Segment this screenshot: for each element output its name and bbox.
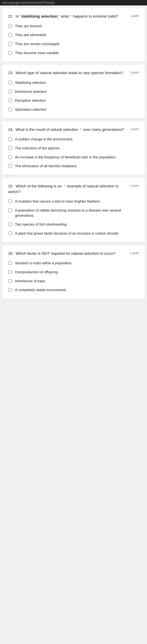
options-list-q25: A mutation that causes a bird to have br… — [8, 199, 139, 236]
option-text-q24b: The extinction of the species. — [15, 146, 61, 151]
top-bar: docs.google.com/forms/d/e/TFAIpQL — [0, 0, 147, 6]
points-label-q25: 1 point — [130, 184, 139, 188]
option-item-q26d[interactable]: A completely stable environment. — [8, 288, 139, 293]
option-item-q23d[interactable]: Speciation selection — [8, 107, 139, 112]
option-text-q26b: Overproduction of offspring. — [15, 270, 59, 275]
points-label-q26: 1 point — [130, 251, 139, 255]
option-text-q23c: Disruptive selection — [15, 98, 46, 103]
points-label-q22: 1 point — [130, 14, 139, 18]
radio-q25d[interactable] — [8, 231, 12, 236]
option-item-q22a[interactable]: They are favored — [8, 24, 139, 29]
q22-bold: stabilizing selection — [21, 14, 57, 18]
radio-q22d[interactable] — [8, 51, 12, 55]
radio-q24d[interactable] — [8, 164, 12, 168]
radio-q22a[interactable] — [8, 24, 12, 28]
option-text-q24c: An increase in the frequency of benefici… — [15, 155, 116, 160]
questions-container: 22. In "stabilizing selection," what * h… — [0, 6, 147, 301]
radio-q23b[interactable] — [8, 90, 12, 94]
option-item-q25c[interactable]: Two species of fish interbreeding. — [8, 222, 139, 227]
option-item-q22c[interactable]: They are remain unchanged — [8, 42, 139, 46]
radio-q25b[interactable] — [8, 208, 12, 212]
options-list-q26: Variation in traits within a population.… — [8, 260, 139, 293]
option-item-q24c[interactable]: An increase in the frequency of benefici… — [8, 155, 139, 160]
options-list-q22: They are favoredThey are eliminatedThey … — [8, 24, 139, 56]
radio-q24b[interactable] — [8, 146, 12, 150]
option-text-q22d: They become more variable — [15, 50, 59, 56]
option-text-q22a: They are favored — [15, 24, 42, 29]
radio-q23c[interactable] — [8, 98, 12, 102]
question-text-q23: 23. Which type of natural selection lead… — [8, 70, 130, 76]
meta-row-q24: 1 point — [130, 127, 139, 131]
option-item-q22b[interactable]: They are eliminated — [8, 32, 139, 38]
radio-q24a[interactable] — [8, 137, 12, 141]
q24-text: 24. What is the result of natural select… — [8, 128, 124, 132]
option-item-q24d[interactable]: The elimination of all harmful mutations… — [8, 164, 139, 169]
radio-q22b[interactable] — [8, 33, 12, 37]
option-item-q23b[interactable]: Directional selection — [8, 89, 139, 94]
option-text-q23d: Speciation selection — [15, 107, 46, 112]
radio-q23a[interactable] — [8, 80, 12, 85]
question-header-q24: 24. What is the result of natural select… — [8, 127, 139, 132]
meta-row-q23: 1 point — [130, 70, 139, 74]
question-card-q25: 25. Which of the following is an * examp… — [2, 178, 145, 242]
url-text: docs.google.com/forms/d/e/TFAIpQL — [2, 1, 55, 5]
q25-text: 25. Which of the following is an * examp… — [8, 184, 118, 194]
option-item-q23c[interactable]: Disruptive selection — [8, 98, 139, 103]
options-list-q24: A sudden change in the environment.The e… — [8, 137, 139, 169]
question-card-q23: 23. Which type of natural selection lead… — [2, 65, 145, 118]
question-header-q23: 23. Which type of natural selection lead… — [8, 70, 139, 76]
q23-text: 23. Which type of natural selection lead… — [8, 71, 123, 75]
option-item-q25d[interactable]: A plant that grows faster because of an … — [8, 231, 139, 236]
q22-after: ," what * happens to extreme traits? — [57, 14, 118, 18]
radio-q25c[interactable] — [8, 222, 12, 226]
option-item-q23a[interactable]: Stabilizing selection — [8, 80, 139, 85]
option-text-q23a: Stabilizing selection — [15, 80, 46, 85]
question-header-q22: 22. In "stabilizing selection," what * h… — [8, 14, 139, 19]
option-text-q25b: A population of rabbits becoming resista… — [15, 208, 139, 218]
question-card-q24: 24. What is the result of natural select… — [2, 122, 145, 175]
radio-q26a[interactable] — [8, 261, 12, 265]
question-header-q26: 26. Which factor is NOT required for nat… — [8, 251, 139, 256]
option-text-q24d: The elimination of all harmful mutations… — [15, 164, 78, 169]
option-item-q25b[interactable]: A population of rabbits becoming resista… — [8, 208, 139, 218]
option-text-q23b: Directional selection — [15, 89, 47, 94]
radio-q22c[interactable] — [8, 42, 12, 46]
option-item-q22d[interactable]: They become more variable — [8, 50, 139, 56]
radio-q26b[interactable] — [8, 270, 12, 274]
option-item-q26a[interactable]: Variation in traits within a population. — [8, 260, 139, 266]
radio-q25a[interactable] — [8, 199, 12, 203]
option-text-q26c: Inheritance of traits. — [15, 278, 46, 284]
option-text-q25a: A mutation that causes a bird to have br… — [15, 199, 101, 204]
question-text-q25: 25. Which of the following is an * examp… — [8, 184, 130, 194]
question-card-q26: 26. Which factor is NOT required for nat… — [2, 245, 145, 299]
options-list-q23: Stabilizing selectionDirectional selecti… — [8, 80, 139, 112]
option-text-q26d: A completely stable environment. — [15, 288, 67, 293]
option-text-q26a: Variation in traits within a population. — [15, 260, 72, 266]
option-text-q25c: Two species of fish interbreeding. — [15, 222, 68, 227]
option-text-q22c: They are remain unchanged — [15, 42, 59, 46]
q26-text: 26. Which factor is NOT required for nat… — [8, 251, 116, 256]
radio-q26c[interactable] — [8, 279, 12, 283]
option-item-q24b[interactable]: The extinction of the species. — [8, 146, 139, 151]
option-item-q25a[interactable]: A mutation that causes a bird to have br… — [8, 199, 139, 204]
option-item-q26c[interactable]: Inheritance of traits. — [8, 278, 139, 284]
option-text-q24a: A sudden change in the environment. — [15, 137, 73, 142]
meta-row-q25: 1 point — [130, 184, 139, 188]
question-card-q22: 22. In "stabilizing selection," what * h… — [2, 8, 145, 62]
question-text-q26: 26. Which factor is NOT required for nat… — [8, 251, 130, 256]
points-label-q24: 1 point — [130, 128, 139, 131]
points-label-q23: 1 point — [130, 71, 139, 74]
question-header-q25: 25. Which of the following is an * examp… — [8, 184, 139, 194]
option-item-q24a[interactable]: A sudden change in the environment. — [8, 137, 139, 142]
meta-row-q26: 1 point — [130, 251, 139, 255]
question-text-q24: 24. What is the result of natural select… — [8, 127, 130, 132]
radio-q24c[interactable] — [8, 155, 12, 159]
option-text-q22b: They are eliminated — [15, 32, 46, 38]
option-text-q25d: A plant that grows faster because of an … — [15, 231, 119, 236]
option-item-q26b[interactable]: Overproduction of offspring. — [8, 270, 139, 275]
radio-q26d[interactable] — [8, 288, 12, 292]
q22-num: 22. In " — [8, 14, 21, 18]
question-text-q22: 22. In "stabilizing selection," what * h… — [8, 14, 130, 19]
radio-q23d[interactable] — [8, 108, 12, 112]
meta-row-q22: 1 point — [130, 14, 139, 18]
